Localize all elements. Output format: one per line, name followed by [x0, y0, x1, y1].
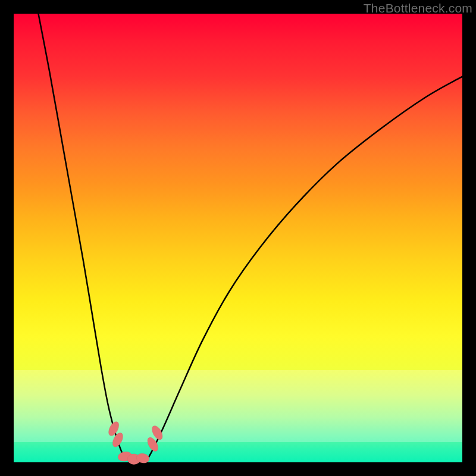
plot-area: [14, 14, 462, 462]
curve-layer: [14, 14, 462, 462]
chart-stage: TheBottleneck.com: [0, 0, 476, 476]
bottleneck-curve: [38, 14, 462, 461]
